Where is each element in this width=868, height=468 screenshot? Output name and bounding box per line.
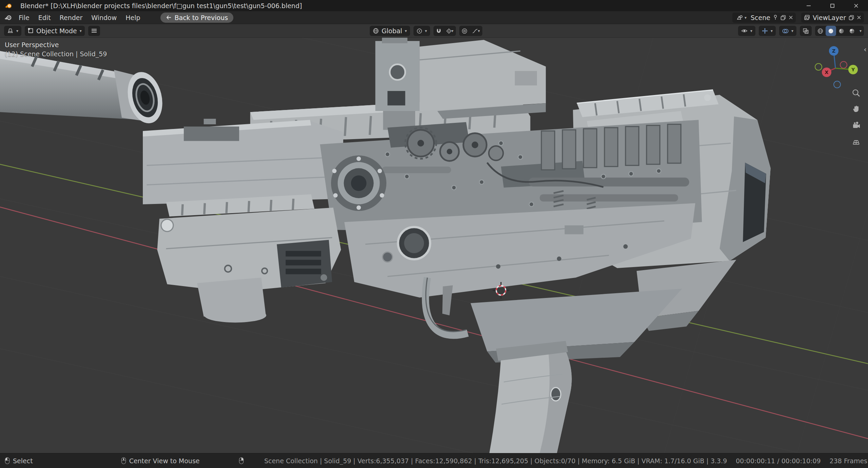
shading-options-dropdown[interactable] <box>857 26 864 36</box>
navigation-gizmo[interactable]: Z Y X <box>812 42 859 90</box>
viewport-nav-tools <box>852 89 861 146</box>
right-mouse-icon <box>239 457 244 464</box>
scene-icon <box>736 15 743 20</box>
hint-center-view-label: Center View to Mouse <box>129 457 200 465</box>
shading-solid-button[interactable] <box>826 26 836 36</box>
gizmo-x-label: X <box>825 70 829 75</box>
mode-dropdown[interactable]: Object Mode <box>25 26 85 36</box>
transform-snap-cluster: Global <box>370 26 482 36</box>
shading-rendered-button[interactable] <box>847 26 857 36</box>
foregrip <box>157 194 341 322</box>
proportional-editing-toggle[interactable] <box>459 26 470 36</box>
viewport-header: Object Mode <box>0 24 868 38</box>
pivot-dropdown[interactable] <box>413 26 430 36</box>
view-menu-button[interactable] <box>88 26 100 36</box>
scene-selector: Scene <box>732 13 796 23</box>
menu-help[interactable]: Help <box>121 12 144 23</box>
maximize-button[interactable] <box>821 0 844 11</box>
stats-text: Scene Collection | Solid_59 | Verts:6,35… <box>264 457 727 465</box>
blender-logo <box>5 3 12 9</box>
window-title: Blender* [D:\XLH\blender projects files\… <box>20 2 302 10</box>
hamburger-icon <box>91 29 97 33</box>
zoom-tool[interactable] <box>852 89 861 97</box>
viewport-editor-icon <box>7 28 14 34</box>
show-gizmo-dropdown[interactable] <box>759 26 776 36</box>
blender-window: Blender* [D:\XLH\blender projects files\… <box>0 0 868 468</box>
back-to-previous-button[interactable]: Back to Previous <box>160 13 234 23</box>
scene-browse-button[interactable] <box>735 15 748 20</box>
chevron-down-icon <box>405 29 407 33</box>
snap-toggle[interactable] <box>433 26 444 36</box>
chevron-down-icon <box>745 16 747 20</box>
hint-select: Select <box>5 457 33 465</box>
viewport-3d[interactable]: User Perspective (12) Scene Collection |… <box>0 38 868 453</box>
pivot-point-icon <box>417 28 422 34</box>
gizmo-icon <box>762 28 768 34</box>
left-body-slab <box>143 119 343 204</box>
pistol-grip <box>489 341 572 453</box>
minimize-button[interactable] <box>797 0 821 11</box>
orientation-dropdown[interactable]: Global <box>370 26 410 36</box>
gizmo-z-negative[interactable] <box>834 81 841 88</box>
falloff-dropdown[interactable] <box>470 26 482 36</box>
toggle-ortho-grid-tool[interactable] <box>852 137 861 146</box>
chevron-down-icon <box>791 29 793 33</box>
snap-target-dropdown[interactable] <box>444 26 456 36</box>
delete-scene-icon[interactable] <box>789 15 793 20</box>
gizmo-y-label: Y <box>851 67 855 72</box>
scene-stats: Scene Collection | Solid_59 | Verts:6,35… <box>264 457 868 465</box>
scene-canvas <box>0 38 868 453</box>
chevron-down-icon <box>451 29 454 33</box>
shading-material-button[interactable] <box>836 26 847 36</box>
pan-hand-tool[interactable] <box>852 105 861 114</box>
hint-center-view: Center View to Mouse <box>121 457 200 465</box>
scene-viewlayer-area: Scene <box>732 13 864 23</box>
xray-icon <box>803 28 809 34</box>
gun-model[interactable] <box>143 38 771 453</box>
chevron-down-icon <box>425 29 427 33</box>
status-bar: Select Center View to Mouse <box>0 453 868 468</box>
camera-view-tool[interactable] <box>852 121 861 130</box>
chevron-down-icon <box>860 29 862 33</box>
active-collection-label: (12) Scene Collection | Solid_59 <box>5 50 107 59</box>
new-viewlayer-icon[interactable] <box>849 15 854 20</box>
frames-text: 238 Frames <box>830 457 867 465</box>
shading-wireframe-button[interactable] <box>815 26 826 36</box>
new-scene-icon[interactable] <box>780 15 786 20</box>
gizmo-x-negative[interactable] <box>840 61 847 68</box>
gizmo-z-label: Z <box>832 48 835 54</box>
xray-toggle[interactable] <box>800 26 812 36</box>
hint-context-menu <box>239 457 244 464</box>
chevron-down-icon <box>80 29 82 33</box>
menu-edit[interactable]: Edit <box>34 12 55 23</box>
editor-type-button[interactable] <box>4 26 21 36</box>
blender-menu-logo[interactable] <box>4 14 12 21</box>
object-visibility-dropdown[interactable] <box>738 26 755 36</box>
close-button[interactable] <box>844 0 868 11</box>
menu-file[interactable]: File <box>14 12 34 23</box>
gizmo-y-negative[interactable] <box>815 63 822 70</box>
globe-icon <box>373 28 379 34</box>
object-mode-icon <box>28 28 34 34</box>
menu-window[interactable]: Window <box>87 12 121 23</box>
left-mouse-icon <box>5 457 10 464</box>
viewport-text-overlay: User Perspective (12) Scene Collection |… <box>5 40 107 59</box>
scene-name[interactable]: Scene <box>751 14 770 21</box>
display-cluster <box>738 26 864 36</box>
chevron-down-icon <box>16 29 18 33</box>
viewlayer-icon <box>804 15 810 20</box>
delete-viewlayer-icon[interactable] <box>857 15 861 20</box>
title-bar: Blender* [D:\XLH\blender projects files\… <box>0 0 868 11</box>
proportional-group <box>459 26 482 36</box>
menu-render[interactable]: Render <box>55 12 87 23</box>
chevron-down-icon <box>478 29 480 33</box>
pin-icon[interactable] <box>773 15 778 20</box>
back-to-previous-label: Back to Previous <box>175 14 228 21</box>
region-collapse-arrow[interactable]: ‹ <box>864 45 867 54</box>
chevron-down-icon <box>771 29 773 33</box>
window-controls <box>797 0 868 11</box>
overlays-dropdown[interactable] <box>779 26 796 36</box>
viewlayer-name[interactable]: ViewLayer <box>813 14 846 21</box>
mode-label: Object Mode <box>36 27 77 35</box>
barrel-fragment[interactable] <box>0 51 168 127</box>
